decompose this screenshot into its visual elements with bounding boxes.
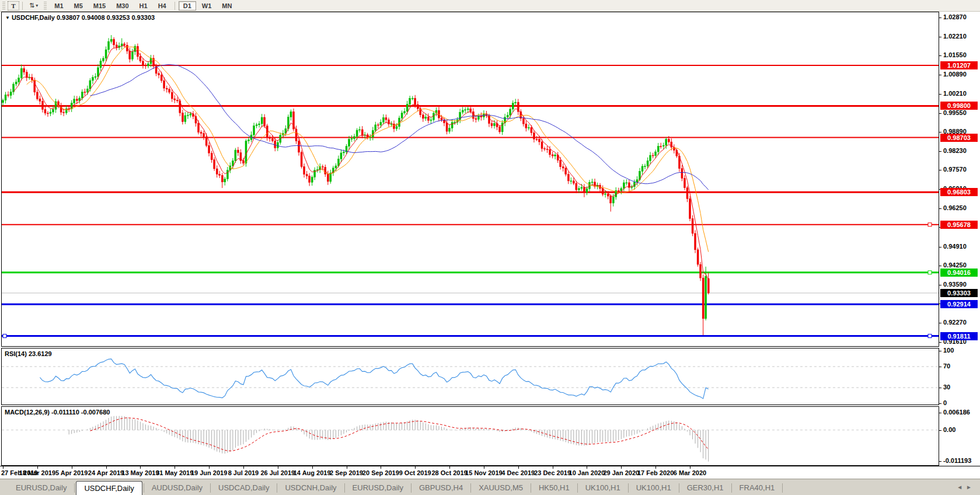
date-label: 13 May 2019	[121, 469, 159, 476]
rsi-canvas[interactable]	[2, 348, 939, 405]
price-tick-label: 1.02870	[943, 13, 967, 20]
arrange-button[interactable]: ⇅▾	[26, 1, 41, 11]
price-axis[interactable]: 1.028701.022101.015501.008901.002100.995…	[939, 12, 980, 466]
date-tick-mark	[106, 466, 107, 469]
chart-tab-usdcnh-daily[interactable]: USDCNH,Daily	[277, 480, 344, 495]
date-label: 8 Jul 2019	[228, 469, 259, 476]
chart-tab-ger30-h1[interactable]: GER30,H1	[679, 480, 731, 495]
rsi-tick-label: 100	[943, 347, 954, 354]
collapse-triangle-icon[interactable]: ▼	[5, 15, 10, 20]
chart-tab-xauusd-m5[interactable]: XAUUSD,M5	[471, 480, 531, 495]
chart-tab-eurusd-daily[interactable]: EURUSD,Daily	[8, 480, 74, 495]
date-tick-mark	[690, 466, 690, 469]
date-label: 20 Sep 2019	[362, 469, 399, 476]
date-label: 2 Sep 2019	[330, 469, 363, 476]
rsi-panel[interactable]: RSI(14) 23.6129	[1, 348, 939, 405]
toolbar-grip[interactable]	[44, 2, 47, 9]
chart-tab-usdcad-daily[interactable]: USDCAD,Daily	[211, 480, 277, 495]
rsi-label: RSI(14) 23.6129	[5, 350, 52, 357]
timeframe-button-group: M1M5M15M30H1H4D1W1MN	[49, 1, 237, 11]
chart-tab-gbpusd-h4[interactable]: GBPUSD,H4	[411, 480, 470, 495]
price-tick-label: 1.00890	[943, 71, 967, 78]
date-label: 29 Jan 2020	[603, 469, 639, 476]
macd-tick-label: 0.00	[943, 426, 955, 433]
macd-panel[interactable]: MACD(12,26,9) -0.011110 -0.007680	[1, 406, 939, 466]
price-tick-mark	[939, 132, 941, 133]
macd-canvas[interactable]	[2, 407, 939, 465]
date-tick-mark	[518, 466, 519, 469]
date-tick-mark	[655, 466, 656, 469]
price-tag-1.01207: 1.01207	[940, 61, 978, 69]
date-tick-mark	[209, 466, 210, 469]
timeframe-button-MN[interactable]: MN	[217, 1, 236, 11]
timeframe-button-W1[interactable]: W1	[197, 1, 217, 11]
chart-tab-uk100-h1[interactable]: UK100,H1	[578, 480, 628, 495]
chart-tab-fra40-h1[interactable]: FRA40,H1	[732, 480, 783, 495]
macd-label: MACD(12,26,9) -0.011110 -0.007680	[5, 409, 110, 416]
date-tick-mark	[553, 466, 553, 469]
price-tag-0.98703: 0.98703	[940, 134, 978, 142]
rsi-tick-label: 30	[943, 384, 950, 391]
price-tick-label: 0.96250	[943, 204, 967, 211]
macd-tick-mark	[939, 461, 941, 462]
date-label: 31 May 2019	[156, 469, 193, 476]
chevron-down-icon: ▾	[36, 3, 38, 8]
price-tag-0.95678: 0.95678	[940, 221, 978, 229]
chart-tab-uk100-h1[interactable]: UK100,H1	[629, 480, 679, 495]
price-tag-0.94016: 0.94016	[940, 269, 978, 277]
price-tick-label: 0.93590	[943, 281, 967, 288]
date-label: 15 Nov 2019	[465, 469, 503, 476]
candlestick-canvas[interactable]	[2, 12, 939, 346]
time-axis[interactable]: 27 Feb 201918 Mar 20195 Apr 201924 Apr 2…	[0, 466, 980, 479]
text-label-tool-button[interactable]: T	[8, 1, 19, 11]
chart-tab-hk50-h1[interactable]: HK50,H1	[531, 480, 577, 495]
price-tick-mark	[939, 285, 941, 285]
timeframe-button-D1[interactable]: D1	[179, 1, 196, 11]
timeframe-button-H4[interactable]: H4	[154, 1, 171, 11]
price-tick-mark	[939, 113, 941, 114]
timeframe-button-M30[interactable]: M30	[111, 1, 133, 11]
timeframe-button-M1[interactable]: M1	[50, 1, 68, 11]
toolbar-grip[interactable]	[2, 2, 5, 9]
chart-tab-eurusd-daily[interactable]: EURUSD,Daily	[345, 480, 411, 495]
macd-tick-mark	[939, 413, 941, 413]
timeframe-button-M5[interactable]: M5	[69, 1, 88, 11]
chart-tab-usdchf-daily[interactable]: USDCHF,Daily	[76, 481, 142, 495]
price-tick-label: 0.92270	[943, 319, 967, 326]
date-tick-mark	[175, 466, 175, 469]
toolbar: T ⇅▾ M1M5M15M30H1H4D1W1MN	[0, 0, 980, 12]
date-tick-mark	[381, 466, 381, 469]
tab-scroll-arrows: ◄►	[957, 484, 975, 490]
price-tick-mark	[939, 37, 941, 37]
price-tag-0.96803: 0.96803	[940, 188, 978, 196]
price-chart-panel[interactable]: ▼USDCHF,Daily 0.93807 0.94008 0.93253 0.…	[1, 12, 939, 347]
price-tag-0.93303: 0.93303	[940, 289, 978, 297]
date-label: 23 Dec 2019	[534, 469, 571, 476]
date-label: 19 Jun 2019	[191, 469, 227, 476]
price-tick-mark	[939, 170, 941, 170]
tab-scroll-left-icon[interactable]: ◄	[957, 484, 966, 490]
date-tick-mark	[3, 466, 4, 469]
tab-scroll-right-icon[interactable]: ►	[966, 484, 975, 490]
chart-title: ▼USDCHF,Daily 0.93807 0.94008 0.93253 0.…	[5, 14, 155, 21]
date-tick-mark	[621, 466, 622, 469]
toolbar-separator	[22, 2, 23, 10]
price-tick-label: 0.94250	[943, 262, 967, 269]
macd-tick-label: -0.011193	[943, 457, 971, 464]
price-tag-0.92914: 0.92914	[940, 300, 978, 308]
date-tick-mark	[449, 466, 450, 469]
price-tick-mark	[939, 75, 941, 75]
arrows-icon: ⇅	[29, 2, 34, 9]
chart-tabs-bar: EURUSD,DailyUSDCHF,DailyAUDUSD,DailyUSDC…	[0, 479, 980, 495]
rsi-tick-mark	[939, 403, 941, 404]
timeframe-button-H1[interactable]: H1	[135, 1, 152, 11]
date-label: 10 Jan 2020	[569, 469, 605, 476]
price-tick-mark	[939, 151, 941, 152]
timeframe-button-M15[interactable]: M15	[89, 1, 110, 11]
date-label: 14 Aug 2019	[294, 469, 331, 476]
chart-tab-audusd-daily[interactable]: AUDUSD,Daily	[144, 480, 210, 495]
date-label: 4 Dec 2019	[501, 469, 535, 476]
date-label: 26 Jul 2019	[260, 469, 295, 476]
price-tick-label: 0.94910	[943, 243, 967, 250]
mt4-window: T ⇅▾ M1M5M15M30H1H4D1W1MN ▼USDCHF,Daily …	[0, 0, 980, 495]
